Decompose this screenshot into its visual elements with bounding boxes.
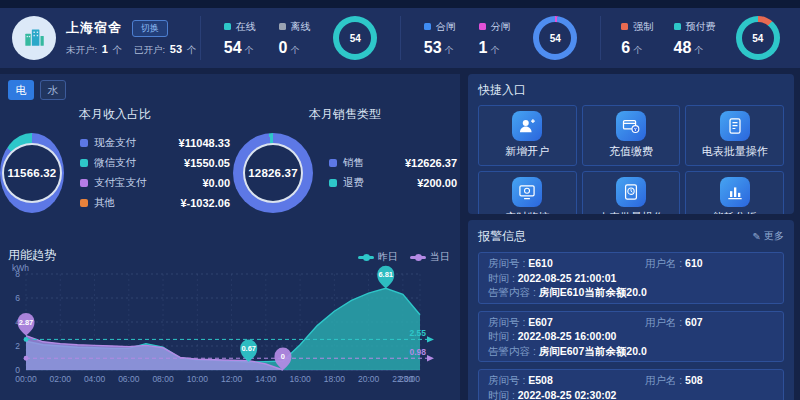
svg-text:2.87: 2.87 bbox=[19, 318, 34, 327]
quick-entry-button[interactable]: 水表批量操作 bbox=[582, 171, 681, 214]
quick-entry-panel: 快捷入口 新增开户充值缴费电表批量操作实时监控水表批量操作能耗分析 bbox=[468, 74, 794, 214]
donut-center-value: 54 bbox=[539, 22, 571, 54]
svg-text:04:00: 04:00 bbox=[84, 374, 106, 384]
donut-chart: 54 bbox=[736, 16, 780, 60]
donut-center-value: 11566.32 bbox=[2, 143, 62, 203]
svg-text:2.55: 2.55 bbox=[409, 328, 426, 338]
header-stat-label: 分闸 bbox=[479, 20, 511, 34]
quick-entry-button[interactable]: 电表批量操作 bbox=[685, 105, 784, 166]
svg-text:0.98: 0.98 bbox=[409, 347, 426, 357]
legend-item: 微信支付¥1550.05 bbox=[80, 156, 230, 170]
monitor-icon bbox=[512, 177, 542, 207]
legend-value: ¥11048.33 bbox=[179, 137, 230, 149]
trend-legend-item[interactable]: 昨日 bbox=[358, 250, 398, 264]
header-stat: 在线54个 bbox=[224, 20, 256, 57]
header-stat: 合闸53个 bbox=[424, 20, 456, 57]
svg-text:06:00: 06:00 bbox=[118, 374, 140, 384]
building-icon bbox=[21, 24, 47, 53]
legend-label: 支付宝支付 bbox=[94, 176, 147, 190]
utility-tabs: 电水 bbox=[8, 80, 460, 100]
tab-water[interactable]: 水 bbox=[40, 80, 66, 100]
sales-chart-title: 本月销售类型 bbox=[230, 106, 460, 123]
trend-title: 用能趋势 bbox=[8, 247, 56, 264]
alarm-card[interactable]: 房间号 : E610用户名 : 610时间 : 2022-08-25 21:00… bbox=[478, 252, 784, 304]
alarm-panel: 报警信息 ✎ 更多 房间号 : E610用户名 : 610时间 : 2022-0… bbox=[468, 220, 794, 400]
svg-text:18:00: 18:00 bbox=[324, 374, 346, 384]
legend-square-icon bbox=[329, 179, 337, 187]
recharge-icon bbox=[616, 111, 646, 141]
trend-legend-item[interactable]: 当日 bbox=[410, 250, 450, 264]
sales-chart-block: 本月销售类型 12826.37销售¥12626.37退费¥200.00 bbox=[230, 102, 460, 242]
legend-square-icon bbox=[80, 179, 88, 187]
energy-trend-chart[interactable]: 0246800:0002:0004:0006:0008:0010:0012:00… bbox=[0, 264, 446, 396]
legend-square-icon bbox=[621, 23, 628, 30]
legend-square-icon bbox=[329, 159, 337, 167]
header-stat: 强制6个 bbox=[621, 20, 653, 57]
energy-trend-block: 用能趋势 昨日当日 0246800:0002:0004:0006:0008:00… bbox=[0, 244, 460, 399]
svg-text:0: 0 bbox=[281, 352, 285, 361]
svg-text:kWh: kWh bbox=[12, 264, 29, 273]
org-name: 上海宿舍 bbox=[66, 19, 122, 37]
header-stat: 离线0个 bbox=[279, 20, 311, 57]
donut-chart: 11566.32 bbox=[0, 133, 64, 213]
quick-entry-button[interactable]: 充值缴费 bbox=[582, 105, 681, 166]
legend-value: ¥12626.37 bbox=[405, 157, 457, 169]
tab-electric[interactable]: 电 bbox=[8, 80, 34, 100]
donut-legend: 销售¥12626.37退费¥200.00 bbox=[329, 156, 457, 190]
legend-square-icon bbox=[279, 23, 286, 30]
window-top-strip bbox=[0, 0, 800, 8]
income-chart-block: 本月收入占比 11566.32现金支付¥11048.33微信支付¥1550.05… bbox=[0, 102, 230, 242]
quick-entry-label: 新增开户 bbox=[479, 144, 576, 159]
svg-text:0.67: 0.67 bbox=[241, 344, 256, 353]
user-add-icon bbox=[512, 111, 542, 141]
legend-square-icon bbox=[80, 199, 88, 207]
legend-label: 现金支付 bbox=[94, 136, 136, 150]
quick-entry-button[interactable]: 能耗分析 bbox=[685, 171, 784, 214]
analysis-icon bbox=[720, 177, 750, 207]
legend-item: 现金支付¥11048.33 bbox=[80, 136, 230, 150]
legend-line-icon bbox=[410, 256, 426, 259]
header-stat-value: 53个 bbox=[424, 39, 456, 57]
more-link[interactable]: ✎ 更多 bbox=[753, 229, 784, 243]
header-stat-value: 6个 bbox=[621, 39, 653, 57]
quick-entry-label: 充值缴费 bbox=[583, 144, 680, 159]
alarm-list: 房间号 : E610用户名 : 610时间 : 2022-08-25 21:00… bbox=[478, 252, 784, 400]
legend-line-icon bbox=[358, 256, 374, 259]
header-stat-value: 48个 bbox=[674, 39, 716, 57]
donut-chart: 54 bbox=[533, 16, 577, 60]
trend-legend: 昨日当日 bbox=[358, 250, 450, 264]
sales-donut-chart: 12826.37销售¥12626.37退费¥200.00 bbox=[230, 133, 460, 213]
svg-text:6.81: 6.81 bbox=[378, 270, 393, 279]
header-stat-group: 强制6个预付费48个54 bbox=[600, 16, 800, 60]
svg-text:10:00: 10:00 bbox=[187, 374, 209, 384]
income-donut-chart: 11566.32现金支付¥11048.33微信支付¥1550.05支付宝支付¥0… bbox=[0, 133, 230, 213]
alarm-card[interactable]: 房间号 : E508用户名 : 508时间 : 2022-08-25 02:30… bbox=[478, 369, 784, 400]
donut-chart: 12826.37 bbox=[233, 133, 313, 213]
header-stat: 预付费48个 bbox=[674, 20, 716, 57]
legend-label: 其他 bbox=[94, 196, 115, 210]
svg-text:16:00: 16:00 bbox=[289, 374, 311, 384]
alarm-card[interactable]: 房间号 : E607用户名 : 607时间 : 2022-08-25 16:00… bbox=[478, 311, 784, 363]
avatar bbox=[12, 16, 56, 60]
income-chart-title: 本月收入占比 bbox=[0, 106, 230, 123]
quick-entry-button[interactable]: 实时监控 bbox=[478, 171, 577, 214]
legend-label: 微信支付 bbox=[94, 156, 136, 170]
legend-value: ¥-1032.06 bbox=[180, 197, 230, 209]
quick-entry-grid: 新增开户充值缴费电表批量操作实时监控水表批量操作能耗分析 bbox=[478, 105, 784, 214]
legend-square-icon bbox=[224, 23, 231, 30]
org-block: 上海宿舍 切换 未开户: 1 个已开户: 53 个 bbox=[0, 8, 200, 68]
quick-entry-title: 快捷入口 bbox=[478, 82, 784, 99]
donut-center-value: 54 bbox=[339, 22, 371, 54]
donut-charts-row: 本月收入占比 11566.32现金支付¥11048.33微信支付¥1550.05… bbox=[0, 102, 460, 242]
quick-entry-button[interactable]: 新增开户 bbox=[478, 105, 577, 166]
legend-item: 其他¥-1032.06 bbox=[80, 196, 230, 210]
alarm-title: 报警信息 bbox=[478, 228, 784, 245]
svg-text:00:00: 00:00 bbox=[15, 374, 37, 384]
legend-square-icon bbox=[479, 23, 486, 30]
legend-item: 退费¥200.00 bbox=[329, 176, 457, 190]
org-substats: 未开户: 1 个已开户: 53 个 bbox=[66, 43, 196, 57]
quick-entry-label: 电表批量操作 bbox=[686, 144, 783, 159]
switch-org-button[interactable]: 切换 bbox=[132, 20, 168, 37]
more-icon: ✎ bbox=[753, 231, 761, 242]
legend-square-icon bbox=[674, 23, 681, 30]
